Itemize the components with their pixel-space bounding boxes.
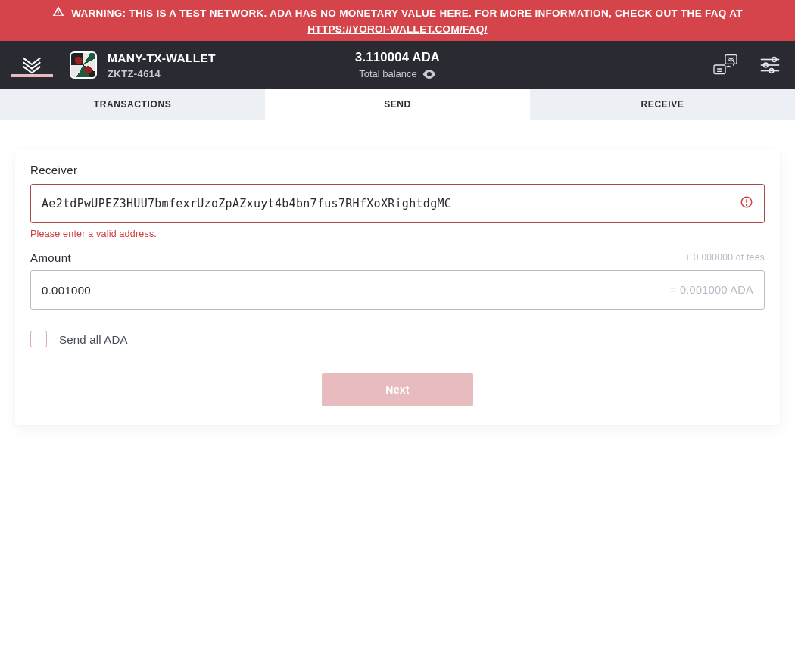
wallet-name: MANY-TX-WALLET — [108, 51, 216, 65]
balance-label: Total balance — [359, 68, 417, 79]
send-all-label: Send all ADA — [59, 333, 128, 346]
balance-amount: 3.110004 ADA — [355, 50, 440, 64]
error-circle-icon — [740, 195, 753, 212]
faq-link[interactable]: HTTPS://YOROI-WALLET.COM/FAQ/ — [307, 22, 487, 37]
wallet-plate-id: ZKTZ-4614 — [108, 68, 216, 79]
warning-text: WARNING: THIS IS A TEST NETWORK. ADA HAS… — [71, 6, 743, 21]
receiver-error-msg: Please enter a valid address. — [30, 229, 765, 239]
tab-receive[interactable]: RECEIVE — [530, 89, 795, 120]
svg-point-10 — [747, 204, 747, 205]
wallet-topbar: MANY-TX-WALLET ZKTZ-4614 3.110004 ADA To… — [0, 41, 795, 89]
receiver-label: Receiver — [30, 163, 765, 176]
fees-hint: + 0.000000 of fees — [685, 252, 765, 263]
eye-icon[interactable] — [422, 70, 436, 79]
send-all-checkbox[interactable] — [30, 331, 47, 347]
send-form-card: Receiver Please enter a valid address. A… — [15, 150, 780, 425]
tab-transactions[interactable]: TRANSACTIONS — [0, 89, 265, 120]
amount-label: Amount — [30, 251, 71, 264]
warning-triangle-icon — [52, 5, 64, 22]
settings-sliders-icon[interactable] — [759, 54, 781, 76]
amount-ada-equiv: = 0.001000 ADA — [670, 284, 753, 296]
next-button[interactable]: Next — [322, 373, 473, 406]
svg-rect-1 — [714, 65, 725, 74]
wallet-tabs: TRANSACTIONS SEND RECEIVE — [0, 89, 795, 120]
receiver-input-wrap[interactable] — [30, 184, 765, 223]
amount-input[interactable] — [42, 284, 728, 297]
tab-send[interactable]: SEND — [265, 89, 530, 120]
balance-block: 3.110004 ADA Total balance — [355, 50, 440, 80]
connected-wallets-icon[interactable] — [710, 53, 740, 77]
yoroi-logo-icon[interactable] — [20, 54, 43, 76]
wallet-identicon — [70, 51, 97, 79]
amount-input-wrap[interactable]: = 0.001000 ADA — [30, 270, 765, 310]
test-network-warning-banner: WARNING: THIS IS A TEST NETWORK. ADA HAS… — [0, 0, 795, 41]
receiver-input[interactable] — [42, 197, 728, 210]
